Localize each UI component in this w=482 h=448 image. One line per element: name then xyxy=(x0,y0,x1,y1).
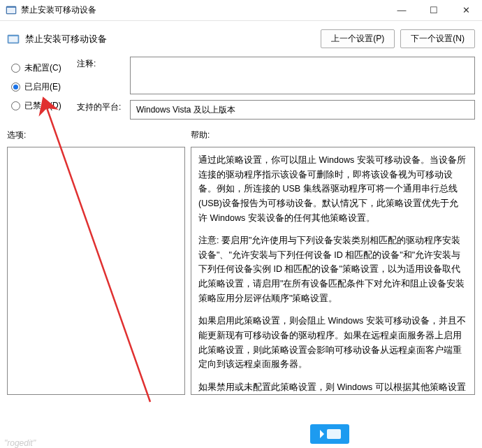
window-title: 禁止安装可移动设备 xyxy=(21,4,386,16)
setting-icon xyxy=(7,33,20,45)
maximize-button[interactable]: ☐ xyxy=(418,0,450,21)
next-setting-button[interactable]: 下一个设置(N) xyxy=(400,29,475,48)
radio-not-configured[interactable]: 未配置(C) xyxy=(7,62,71,74)
brand-badge-icon xyxy=(310,424,349,444)
watermark: "rogedit" xyxy=(4,438,36,448)
comment-label: 注释: xyxy=(77,57,126,70)
help-column: 帮助: 通过此策略设置，你可以阻止 Windows 安装可移动设备。当设备所连接… xyxy=(191,129,475,395)
radio-label: 已禁用(D) xyxy=(24,100,61,112)
radio-icon xyxy=(11,64,20,73)
options-box xyxy=(7,147,185,395)
radio-icon xyxy=(11,82,20,92)
radio-icon xyxy=(11,101,20,110)
help-text[interactable]: 通过此策略设置，你可以阻止 Windows 安装可移动设备。当设备所连接的驱动程… xyxy=(191,147,475,395)
minimize-button[interactable]: — xyxy=(386,0,418,21)
radio-disabled[interactable]: 已禁用(D) xyxy=(7,100,71,112)
radio-label: 未配置(C) xyxy=(24,62,61,74)
lower-section: 选项: 帮助: 通过此策略设置，你可以阻止 Windows 安装可移动设备。当设… xyxy=(0,120,482,402)
options-heading: 选项: xyxy=(7,129,185,141)
help-heading: 帮助: xyxy=(191,129,475,141)
prev-setting-button[interactable]: 上一个设置(P) xyxy=(321,29,395,48)
window-controls: — ☐ ✕ xyxy=(386,0,482,21)
app-icon xyxy=(6,5,17,16)
top-section: 未配置(C) 已启用(E) 已禁用(D) 注释: 支持的平台: Windows … xyxy=(0,54,482,120)
help-paragraph: 如果禁用或未配置此策略设置，则 Windows 可以根据其他策略设置允许或阻止安… xyxy=(198,380,467,395)
svg-rect-3 xyxy=(9,36,18,43)
platform-value: Windows Vista 及以上版本 xyxy=(130,100,475,120)
titlebar: 禁止安装可移动设备 — ☐ ✕ xyxy=(0,0,482,21)
setting-title: 禁止安装可移动设备 xyxy=(25,33,315,45)
help-paragraph: 如果启用此策略设置，则会阻止 Windows 安装可移动设备，并且不能更新现有可… xyxy=(198,314,467,372)
radio-label: 已启用(E) xyxy=(24,81,61,93)
state-radio-group: 未配置(C) 已启用(E) 已禁用(D) xyxy=(7,57,71,120)
close-button[interactable]: ✕ xyxy=(450,0,482,21)
platform-label: 支持的平台: xyxy=(77,100,126,113)
meta-section: 注释: 支持的平台: Windows Vista 及以上版本 xyxy=(77,57,475,120)
help-paragraph: 注意: 要启用"允许使用与下列设备安装类别相匹配的驱动程序安装设备"、"允许安装… xyxy=(198,233,467,305)
header: 禁止安装可移动设备 上一个设置(P) 下一个设置(N) xyxy=(0,21,482,54)
svg-rect-1 xyxy=(7,8,15,13)
svg-rect-5 xyxy=(327,429,341,439)
radio-enabled[interactable]: 已启用(E) xyxy=(7,81,71,93)
options-column: 选项: xyxy=(7,129,185,395)
help-paragraph: 通过此策略设置，你可以阻止 Windows 安装可移动设备。当设备所连接的驱动程… xyxy=(198,153,467,225)
comment-input[interactable] xyxy=(130,57,475,94)
